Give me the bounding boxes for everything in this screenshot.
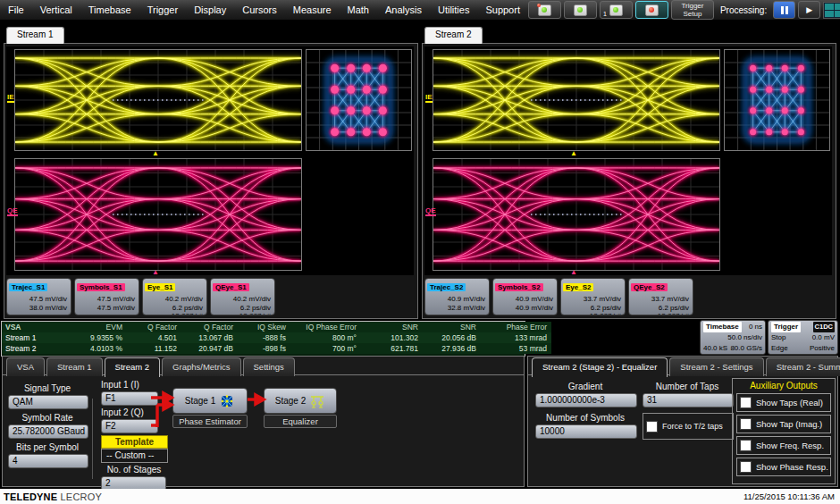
menu-item-file[interactable]: File (0, 4, 32, 15)
aux-output-option[interactable]: Show Freq. Resp. (736, 436, 831, 455)
tab-stream-1[interactable]: Stream 1 (6, 27, 64, 44)
vsa-value: 800 m° (290, 332, 361, 343)
red-dot-icon (649, 7, 654, 13)
signal-type-select[interactable]: QAM (8, 395, 88, 409)
menu-item-timebase[interactable]: Timebase (80, 4, 139, 15)
trace-descriptor[interactable]: QEye_S233.7 mV/div6.2 ps/div12.887 k# (628, 278, 693, 315)
tab-stream-2[interactable]: Stream 2 (424, 27, 483, 44)
vsa-tab-4[interactable]: Settings (243, 357, 295, 376)
processing-label: Processing: (717, 5, 770, 15)
symbols-label: Number of Symbols (530, 413, 641, 423)
aux-option-label: Show Phase Resp. (756, 462, 828, 472)
trigger-summary-box[interactable]: TriggerC1DC Stop0.0 mV EdgePositive (768, 320, 838, 355)
trace-name-chip: Trajec_S2 (427, 283, 466, 291)
i-eye-diagram-s1[interactable] (14, 49, 302, 151)
menu-item-cursors[interactable]: Cursors (234, 4, 285, 15)
stage1-button[interactable]: Stage 1 (172, 388, 248, 414)
vsa-value: -888 fs (238, 332, 290, 343)
eq-tab-0[interactable]: Stream 2 (Stage 2) - Equalizer (532, 357, 668, 377)
stage2-button[interactable]: Stage 2 (264, 388, 337, 414)
menu-item-math[interactable]: Math (340, 4, 377, 15)
input2-select[interactable]: F2 (101, 419, 158, 433)
bits-per-symbol-label: Bits per Symbol (6, 442, 88, 452)
trace-descriptor[interactable]: Symbols_S240.9 mV/div40.9 mV/div (492, 278, 558, 315)
menu-item-display[interactable]: Display (186, 4, 234, 15)
menu-item-vertical[interactable]: Vertical (32, 4, 80, 15)
trigger-stop-button[interactable] (635, 1, 668, 19)
constellation-s2[interactable] (724, 49, 830, 151)
force-t2-checkbox[interactable] (646, 421, 658, 433)
input1-select[interactable]: F1 (101, 391, 158, 406)
template-button[interactable]: Template (101, 435, 168, 449)
menu-item-support[interactable]: Support (477, 4, 528, 15)
aux-output-option[interactable]: Show Taps (Real) (736, 393, 831, 412)
menu-item-trigger[interactable]: Trigger (139, 4, 186, 15)
aux-checkbox[interactable] (740, 440, 752, 451)
aux-checkbox[interactable] (740, 461, 752, 473)
trigger-position-marker[interactable]: ▲ (570, 150, 577, 157)
menu-item-analysis[interactable]: Analysis (377, 4, 430, 15)
force-t2-taps-option[interactable]: Force to T/2 taps (643, 413, 734, 440)
vsa-tab-0[interactable]: VSA (6, 357, 45, 376)
single-count-label: 1 (603, 11, 607, 17)
pause-button[interactable] (773, 1, 795, 19)
vsa-tab-1[interactable]: Stream 1 (46, 357, 103, 376)
i-eye-diagram-s2[interactable] (433, 49, 720, 151)
vsa-column-header: Phase Error (481, 322, 551, 332)
trigger-normal-button[interactable] (564, 1, 597, 19)
trigger-position-marker[interactable]: ▲ (152, 150, 159, 157)
constellation-s1[interactable] (306, 49, 412, 151)
trace-scale-line: 40.9 mV/div (425, 295, 489, 304)
vsa-tab-2[interactable]: Stream 2 (105, 357, 161, 377)
timebase-label: Timebase (703, 322, 742, 332)
aux-output-option[interactable]: Show Phase Resp. (736, 458, 831, 476)
eq-tab-1[interactable]: Stream 2 - Settings (669, 357, 763, 376)
vsa-value: 9.9355 % (67, 332, 127, 343)
timebase-summary-box[interactable]: Timebase0 ns 50.0 ns/div 40.0 kS80.0 GS/… (700, 320, 766, 355)
trace-scale-line: 47.5 mV/div (7, 295, 71, 304)
trace-descriptor[interactable]: Trajec_S147.5 mV/div38.0 mV/div (6, 278, 71, 315)
trace-descriptor[interactable]: Symbols_S147.5 mV/div47.5 mV/div (74, 278, 139, 315)
trigger-position-marker[interactable]: ▲ (570, 269, 577, 276)
trace-descriptor[interactable]: Eye_S140.2 mV/div6.2 ps/div12.887 k# (142, 278, 207, 315)
vsa-tab-3[interactable]: Graphs/Metrics (162, 357, 240, 376)
stage1-sub-label[interactable]: Phase Estimator (172, 415, 248, 428)
symbols-input[interactable]: 10000 (535, 424, 637, 439)
equalizer-dialog: Stream 2 (Stage 2) - EqualizerStream 2 -… (527, 356, 838, 487)
trace-descriptor[interactable]: Trajec_S240.9 mV/div32.8 mV/div (424, 278, 490, 315)
aux-output-option[interactable]: Show Tap (Imag.) (736, 415, 831, 433)
trigger-single-button[interactable]: 1 (600, 1, 633, 19)
stage2-sub-label[interactable]: Equalizer (264, 415, 337, 428)
template-select[interactable]: -- Custom -- (101, 449, 168, 463)
eq-tab-2[interactable]: Stream 2 - Summary (766, 357, 840, 376)
input2-label: Input 2 (Q) (101, 407, 164, 417)
q-eye-diagram-s2[interactable] (433, 158, 720, 271)
gradient-input[interactable]: 1.000000000e-3 (535, 393, 637, 407)
trace-scale-line: 33.7 mV/div (629, 295, 693, 304)
trigger-position-marker[interactable]: ▲ (152, 269, 159, 276)
trace-descriptor[interactable]: Eye_S233.7 mV/div6.2 ps/div12.887 k# (560, 278, 626, 315)
stage1-label: Stage 1 (185, 396, 215, 406)
taps-input[interactable]: 31 (643, 393, 734, 407)
aux-checkbox[interactable] (740, 397, 752, 408)
vsa-column-header: IQ Phase Error (290, 322, 361, 332)
vsa-measurement-table: VSAEVMQ FactorQ FactorIQ SkewIQ Phase Er… (1, 321, 525, 357)
trace-name-chip: Symbols_S2 (495, 283, 543, 291)
trigger-auto-button[interactable] (528, 1, 561, 19)
stream-2-descriptors: Trajec_S240.9 mV/div32.8 mV/divSymbols_S… (424, 278, 693, 315)
aux-checkbox[interactable] (740, 418, 752, 430)
trace-descriptor[interactable]: QEye_S140.2 mV/div6.2 ps/div12.887 k# (210, 278, 275, 315)
q-eye-diagram-s1[interactable] (14, 158, 302, 271)
menu-item-measure[interactable]: Measure (285, 4, 340, 15)
menu-item-utilities[interactable]: Utilities (430, 4, 477, 15)
symbol-rate-input[interactable]: 25.782000 GBaud (8, 424, 88, 439)
mosaic-grid-icon[interactable] (823, 2, 840, 19)
bits-per-symbol-input[interactable]: 4 (8, 454, 88, 468)
play-button[interactable]: ▶ (798, 1, 820, 19)
trace-scale-values: 47.5 mV/div47.5 mV/div (75, 295, 139, 312)
trace-scale-line: 6.2 ps/div (143, 304, 206, 313)
trigger-setup-button[interactable]: Trigger Setup (671, 0, 714, 20)
stages-label: No. of Stages (97, 465, 172, 475)
auxiliary-outputs-label: Auxiliary Outputs (733, 379, 835, 391)
auto-dot-icon (537, 4, 541, 7)
